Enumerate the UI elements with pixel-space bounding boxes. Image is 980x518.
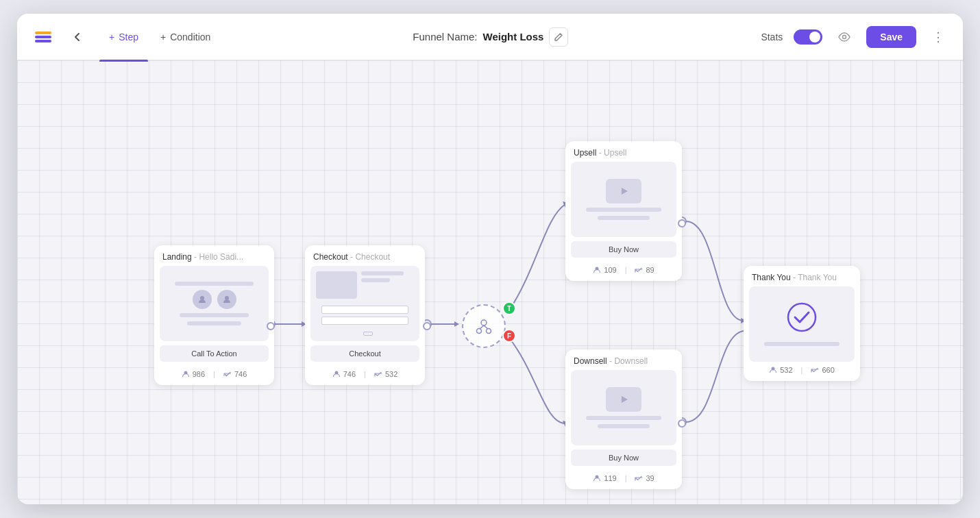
true-badge: T xyxy=(502,301,516,315)
checkbox-preview xyxy=(363,332,373,336)
edit-funnel-name-button[interactable] xyxy=(549,27,568,47)
header: + Step + Condition Funnel Name: Weight L… xyxy=(17,14,963,60)
checkout-visitors: 746 xyxy=(332,370,356,378)
save-button[interactable]: Save xyxy=(866,26,916,48)
upsell-node[interactable]: Upsell - Upsell Buy Now 109 | xyxy=(565,141,682,281)
svg-point-28 xyxy=(788,304,816,331)
landing-preview xyxy=(160,266,269,341)
checkout-node[interactable]: Checkout - Checkout Checkout xyxy=(305,245,425,385)
downsell-conversions: 39 xyxy=(635,474,654,482)
more-options-button[interactable]: ⋮ xyxy=(927,26,949,48)
downsell-stats: 119 | 39 xyxy=(565,470,682,489)
svg-line-23 xyxy=(484,325,488,329)
preview-bar-3 xyxy=(187,321,241,325)
downsell-preview xyxy=(571,370,676,445)
checkout-stats: 746 | 532 xyxy=(305,366,425,385)
svg-point-3 xyxy=(843,35,846,38)
svg-line-22 xyxy=(480,325,484,329)
landing-stats: 986 | 746 xyxy=(154,366,274,385)
checkout-conversions: 532 xyxy=(374,370,397,378)
landing-header: Landing - Hello Sadi... xyxy=(154,245,274,266)
svg-rect-1 xyxy=(35,36,51,38)
checkout-header: Checkout - Checkout xyxy=(305,245,425,266)
thankyou-visitors: 532 xyxy=(769,366,792,374)
condition-node[interactable] xyxy=(462,304,506,348)
nav-tabs: + Step + Condition xyxy=(99,26,220,48)
conn-dot-1 xyxy=(423,322,431,330)
preview-bar-2 xyxy=(180,313,248,317)
thankyou-preview xyxy=(749,286,855,362)
downsell-video xyxy=(606,387,641,412)
downsell-header: Downsell - Downsell xyxy=(565,349,682,370)
app-container: + Step + Condition Funnel Name: Weight L… xyxy=(17,14,963,504)
landing-visitors: 986 xyxy=(182,370,205,378)
landing-node[interactable]: Landing - Hello Sadi... Call To Action xyxy=(154,245,274,385)
preview-bar-1 xyxy=(175,282,253,286)
svg-point-19 xyxy=(481,320,487,325)
preview-avatar-2 xyxy=(217,290,236,309)
thankyou-header: Thank You - Thank You xyxy=(744,266,860,286)
conn-dot-2 xyxy=(267,322,275,330)
svg-point-20 xyxy=(477,329,482,334)
svg-marker-26 xyxy=(622,396,628,403)
upsell-header: Upsell - Upsell xyxy=(565,141,682,162)
svg-rect-2 xyxy=(35,40,51,42)
stats-label: Stats xyxy=(761,32,783,42)
svg-point-21 xyxy=(487,329,491,334)
condition-plus-icon: + xyxy=(160,32,166,42)
tab-condition[interactable]: + Condition xyxy=(151,26,220,48)
upsell-cta: Buy Now xyxy=(571,241,676,258)
downsell-node[interactable]: Downsell - Downsell Buy Now 119 | xyxy=(565,349,682,489)
downsell-cta: Buy Now xyxy=(571,449,676,466)
thankyou-conversions: 660 xyxy=(811,366,834,374)
back-button[interactable] xyxy=(66,26,88,48)
upsell-stats: 109 | 89 xyxy=(565,262,682,281)
step-plus-icon: + xyxy=(109,32,114,42)
funnel-canvas[interactable]: Landing - Hello Sadi... Call To Action xyxy=(17,60,963,504)
conn-dot-downsell xyxy=(678,419,686,428)
stats-toggle[interactable] xyxy=(794,29,822,45)
tab-step[interactable]: + Step xyxy=(99,26,148,48)
thankyou-check-icon xyxy=(787,302,817,338)
landing-conversions: 746 xyxy=(223,370,247,378)
svg-rect-0 xyxy=(35,32,51,34)
funnel-name-display: Funnel Name: Weight Loss xyxy=(231,27,750,47)
svg-marker-24 xyxy=(622,188,628,195)
preview-avatar xyxy=(193,290,212,309)
downsell-visitors: 119 xyxy=(593,474,616,482)
upsell-conversions: 89 xyxy=(635,266,654,274)
landing-cta: Call To Action xyxy=(160,345,269,362)
svg-marker-9 xyxy=(454,321,459,327)
header-right: Stats Save ⋮ xyxy=(761,26,949,48)
checkout-preview xyxy=(310,266,419,341)
thankyou-stats: 532 | 660 xyxy=(744,362,860,381)
upsell-preview xyxy=(571,162,676,237)
checkout-form xyxy=(316,303,414,328)
checkout-cta: Checkout xyxy=(310,345,419,362)
conn-dot-upsell xyxy=(678,219,686,227)
false-badge: F xyxy=(502,329,516,343)
upsell-visitors: 109 xyxy=(593,266,616,274)
upsell-video xyxy=(606,179,641,204)
checkout-img xyxy=(316,271,357,299)
preview-button[interactable] xyxy=(833,26,855,48)
thankyou-node[interactable]: Thank You - Thank You 532 | xyxy=(744,266,860,381)
logo xyxy=(31,25,56,49)
